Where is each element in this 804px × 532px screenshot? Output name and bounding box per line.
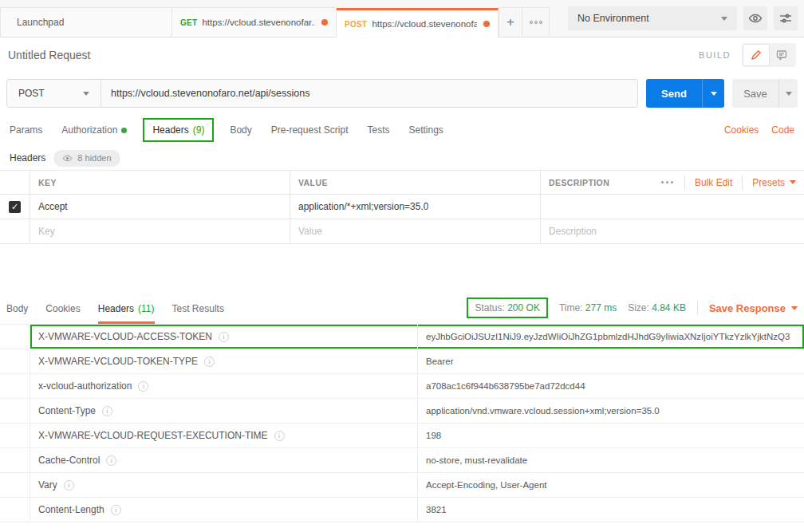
request-title-row: Untitled Request BUILD (0, 37, 804, 73)
chevron-down-icon (786, 92, 792, 96)
request-tab[interactable]: Headers (9) (143, 118, 214, 142)
info-icon[interactable] (138, 381, 148, 392)
status-value: 200 OK (507, 302, 540, 313)
new-tab-button[interactable] (499, 7, 522, 37)
presets-dropdown[interactable]: Presets (752, 177, 796, 188)
request-tab-list: Params Authorization Headers (9) Body (10, 118, 443, 142)
value-cell-placeholder[interactable]: Value (298, 226, 322, 237)
response-tab[interactable]: Test Results (172, 297, 224, 324)
response-tab[interactable]: Headers (11) (98, 297, 155, 324)
response-header-value[interactable]: Bearer (426, 357, 454, 366)
save-response-button[interactable]: Save Response (709, 302, 798, 314)
hidden-headers-pill[interactable]: 8 hidden (53, 150, 120, 167)
edit-mode-button[interactable] (743, 45, 769, 65)
tab-options-icon[interactable] (522, 7, 550, 37)
environment-quick-look-button[interactable] (743, 6, 767, 30)
value-cell[interactable]: application/*+xml;version=35.0 (298, 201, 428, 212)
more-options-icon[interactable] (660, 178, 675, 187)
request-tab[interactable]: Tests (367, 124, 389, 136)
bulk-edit-link[interactable]: Bulk Edit (695, 177, 732, 188)
row-checkbox-checked[interactable] (9, 201, 21, 213)
key-cell[interactable]: Accept (38, 201, 68, 212)
response-tab[interactable]: Body (6, 297, 28, 324)
response-tab-label: Body (6, 303, 28, 314)
response-header-key[interactable]: X-VMWARE-VCLOUD-TOKEN-TYPE (38, 356, 198, 367)
response-header-value[interactable]: eyJhbGciOiJSUzI1NiJ9.eyJzdWIiOiJhZG1pbml… (426, 332, 790, 341)
unsaved-dot-icon (321, 19, 328, 26)
save-button[interactable]: Save (732, 79, 778, 108)
chevron-down-icon (721, 17, 727, 21)
response-meta: Status: 200 OK Time: 277 ms Size: 4.84 K… (467, 298, 798, 324)
request-tab[interactable]: Params (10, 124, 42, 136)
table-row: X-VMWARE-VCLOUD-ACCESS-TOKEN eyJhbGciOiJ… (0, 325, 804, 349)
response-header-value[interactable]: Accept-Encoding, User-Agent (426, 480, 547, 490)
info-icon[interactable] (204, 357, 215, 367)
response-tab-list: Body Cookies Headers (11) Test Results (6, 297, 242, 324)
response-header-value[interactable]: a708ac1c6f944b638795be7ad72dcd44 (426, 381, 585, 391)
info-icon[interactable] (64, 480, 74, 491)
info-icon[interactable] (106, 455, 116, 466)
send-button[interactable]: Send (646, 79, 702, 108)
tab-post-request-active[interactable]: POST https://vcloud.stevenonofa... (337, 8, 499, 37)
info-icon[interactable] (102, 406, 112, 416)
status-label: Status: (475, 302, 504, 313)
page-title[interactable]: Untitled Request (8, 49, 91, 61)
row-gutter (0, 349, 30, 373)
save-options-button[interactable] (778, 79, 798, 108)
environment-zone: No Environment (562, 0, 804, 37)
eye-icon (748, 11, 763, 26)
request-tab-label: Authorization (61, 124, 117, 136)
table-row-placeholder: Key Value Description (0, 219, 804, 244)
tab-launchpad[interactable]: Launchpad (0, 7, 172, 37)
cookies-link[interactable]: Cookies (724, 124, 759, 136)
info-icon[interactable] (219, 332, 229, 342)
method-value: POST (18, 88, 45, 99)
response-header-key[interactable]: Content-Type (38, 405, 96, 416)
response-tab-count: (11) (138, 303, 154, 314)
url-input[interactable]: https://vcloud.stevenonofaro.net/api/ses… (101, 80, 637, 107)
response-header-value[interactable]: application/vnd.vmware.vcloud.session+xm… (426, 406, 660, 416)
environment-settings-button[interactable] (774, 6, 798, 30)
request-tab-label: Headers (152, 124, 188, 136)
row-gutter (0, 473, 30, 497)
request-tab[interactable]: Authorization (61, 124, 127, 136)
request-tab[interactable]: Body (230, 124, 251, 136)
response-header-key[interactable]: X-VMWARE-VCLOUD-REQUEST-EXECUTION-TIME (38, 430, 268, 441)
comments-button[interactable] (769, 45, 794, 65)
table-row: Accept application/*+xml;version=35.0 (0, 195, 804, 219)
description-cell-placeholder[interactable]: Description (549, 226, 597, 237)
response-header-key[interactable]: x-vcloud-authorization (38, 380, 132, 392)
time-label: Time: (559, 302, 583, 313)
response-header-key[interactable]: Cache-Control (38, 455, 100, 466)
column-value: VALUE (298, 178, 328, 187)
time-value: 277 ms (585, 302, 617, 313)
request-tab-label: Tests (367, 124, 389, 136)
row-content: Cache-Control no-store, must-revalidate (30, 448, 804, 472)
environment-select[interactable]: No Environment (568, 6, 737, 30)
code-link[interactable]: Code (771, 124, 794, 136)
tab-url: https://vcloud.stevenonofar... (202, 18, 315, 27)
response-header-key[interactable]: Content-Length (38, 504, 104, 515)
table-row: Cache-Control no-store, must-revalidate (0, 448, 804, 473)
request-tab[interactable]: Pre-request Script (271, 124, 349, 136)
table-row: Content-Length 3821 (0, 498, 804, 522)
response-header-value[interactable]: no-store, must-revalidate (426, 455, 527, 465)
response-header-key[interactable]: X-VMWARE-VCLOUD-ACCESS-TOKEN (38, 331, 212, 342)
info-icon[interactable] (274, 431, 285, 441)
chevron-down-icon (83, 92, 89, 96)
response-header-value[interactable]: 3821 (426, 505, 447, 514)
method-select[interactable]: POST (7, 80, 101, 107)
response-header-value[interactable]: 198 (426, 431, 441, 440)
info-icon[interactable] (111, 505, 121, 515)
headers-sub-bar: Headers 8 hidden (0, 146, 804, 170)
response-tab[interactable]: Cookies (45, 297, 80, 324)
response-header-key[interactable]: Vary (38, 479, 57, 491)
row-content: Vary Accept-Encoding, User-Agent (30, 473, 804, 497)
request-tab[interactable]: Settings (409, 124, 443, 136)
key-cell-placeholder[interactable]: Key (38, 226, 55, 237)
send-options-button[interactable] (702, 79, 724, 108)
request-tab-label: Settings (409, 124, 443, 136)
row-content: x-vcloud-authorization a708ac1c6f944b638… (30, 374, 804, 398)
time-badge: Time: 277 ms (559, 302, 617, 313)
tab-get-request[interactable]: GET https://vcloud.stevenonofar... (172, 7, 337, 37)
